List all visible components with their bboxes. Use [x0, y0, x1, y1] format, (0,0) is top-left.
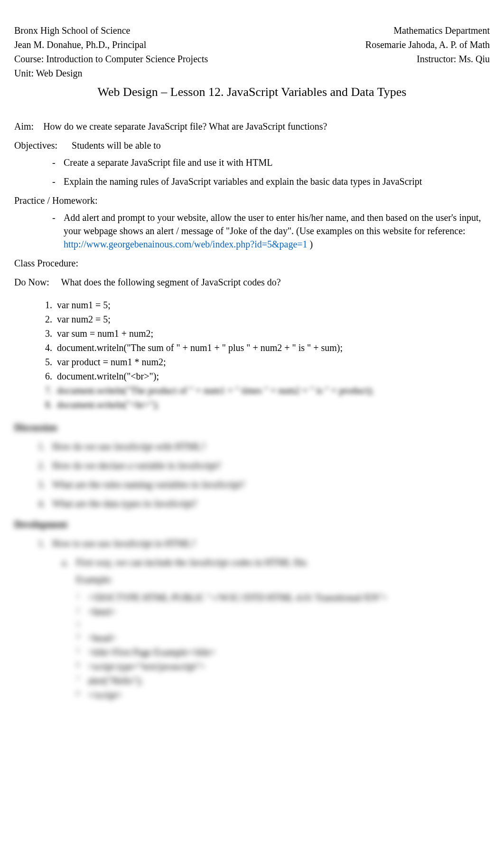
blurred-content: Discussion 1.How do we use JavaScript wi… — [14, 421, 490, 701]
practice-section: Practice / Homework: - Add alert and pro… — [14, 194, 490, 251]
objective-item: - Explain the naming rules of JavaScript… — [52, 175, 490, 188]
development-sub-item: a. First way, we can include the JavaScr… — [62, 556, 490, 569]
class-procedure-label: Class Procedure: — [14, 256, 490, 270]
aim-text: How do we create separate JavaScript fil… — [43, 121, 327, 132]
lesson-title: Web Design – Lesson 12. JavaScript Varia… — [14, 84, 490, 101]
code-line: 2.var num2 = 5; — [38, 313, 490, 326]
code-line: 8.document.writeln("<br>"); — [38, 398, 490, 411]
development-heading: Development — [14, 518, 490, 531]
aim-section: Aim: How do we create separate JavaScrip… — [14, 120, 490, 133]
do-now-text: What does the following segment of JavaS… — [61, 277, 281, 287]
code-line: 6.document.writeln("<br>"); — [38, 370, 490, 383]
code-line: 3.var sum = num1 + num2; — [38, 327, 490, 340]
practice-label: Practice / Homework: — [14, 194, 490, 207]
objective-text: Create a separate JavaScript file and us… — [64, 156, 490, 169]
code-line: 7.document.writeln("The product of " + n… — [38, 384, 490, 397]
practice-item: - Add alert and prompt to your website, … — [52, 211, 490, 251]
department-name: Mathematics Department — [393, 24, 490, 37]
discussion-item: 3.What are the rules naming variables in… — [38, 478, 490, 491]
bullet-dash-icon: - — [52, 175, 64, 188]
objectives-label: Objectives: — [14, 140, 57, 151]
objective-item: - Create a separate JavaScript file and … — [52, 156, 490, 169]
code-line: 4.document.writeln("The sum of " + num1 … — [38, 341, 490, 354]
bullet-dash-icon: - — [52, 156, 64, 169]
unit-name: Unit: Web Design — [14, 66, 83, 80]
development-item: 1.How to use use JavaScript in HTML? — [38, 537, 490, 550]
bullet-dash-icon: - — [52, 211, 64, 251]
practice-text: Add alert and prompt to your website, al… — [64, 211, 490, 251]
discussion-item: 4.What are the data types in JavaScript? — [38, 497, 490, 510]
code-line: 1.var num1 = 5; — [38, 298, 490, 312]
reference-link[interactable]: http://www.georgebenainous.com/web/index… — [64, 239, 308, 249]
discussion-item: 1.How do we use JavaScript with HTML? — [38, 440, 490, 453]
course-name: Course: Introduction to Computer Science… — [14, 52, 208, 66]
objectives-intro: Students will be able to — [72, 140, 161, 151]
example-code-block: 1<!DOCTYPE HTML PUBLIC "-//W3C//DTD HTML… — [76, 591, 490, 701]
class-procedure-section: Class Procedure: — [14, 256, 490, 270]
example-label: Example: — [76, 573, 490, 586]
aim-label: Aim: — [14, 121, 34, 132]
school-name: Bronx High School of Science — [14, 24, 130, 37]
discussion-item: 2.How do we declare a variable in JavaSc… — [38, 459, 490, 472]
instructor-name: Instructor: Ms. Qiu — [417, 52, 490, 66]
do-now-section: Do Now: What does the following segment … — [14, 275, 490, 289]
discussion-heading: Discussion — [14, 421, 490, 434]
code-block: 1.var num1 = 5; 2.var num2 = 5; 3.var su… — [38, 298, 490, 411]
ap-name: Rosemarie Jahoda, A. P. of Math — [365, 38, 490, 51]
objectives-section: Objectives: Students will be able to - C… — [14, 139, 490, 188]
objective-text: Explain the naming rules of JavaScript v… — [64, 175, 490, 188]
do-now-label: Do Now: — [14, 277, 49, 287]
code-line: 5.var product = num1 * num2; — [38, 355, 490, 369]
principal-name: Jean M. Donahue, Ph.D., Principal — [14, 38, 146, 51]
